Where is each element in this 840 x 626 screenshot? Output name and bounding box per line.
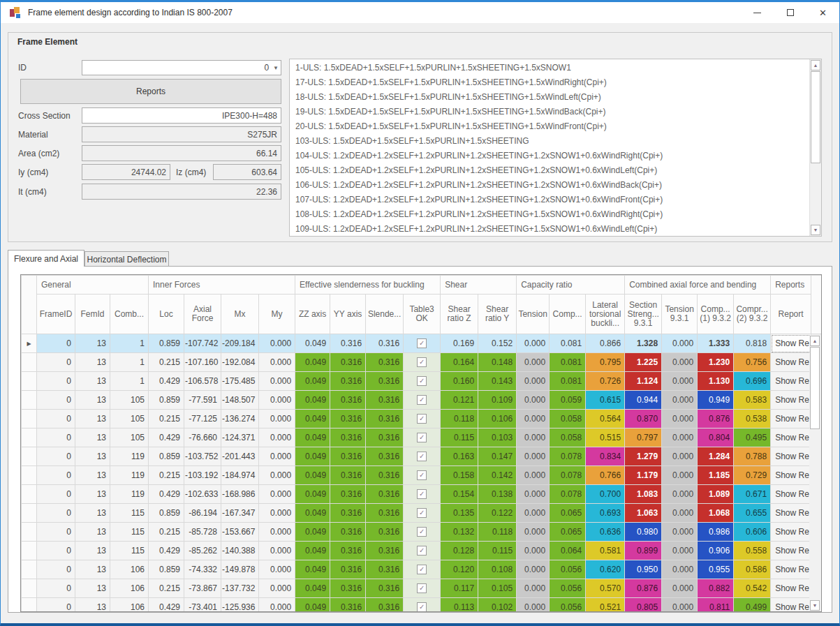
grid-cell: -175.485: [221, 372, 259, 391]
table3-ok-checkbox[interactable]: ✓: [417, 376, 427, 386]
table3-ok-checkbox[interactable]: ✓: [417, 583, 427, 593]
scrollbar-header-spacer: [811, 276, 822, 334]
show-report-link[interactable]: Show Re: [771, 542, 811, 560]
column-header[interactable]: FrameID: [37, 295, 75, 334]
grid-row[interactable]: 0131060.859-74.332-149.8780.0000.0490.31…: [22, 560, 823, 579]
combination-item[interactable]: 104-ULS: 1.2xDEAD+1.2xSELF+1.2xPURLIN+1.…: [290, 149, 809, 163]
show-report-link[interactable]: Show Re: [771, 598, 811, 613]
combination-item[interactable]: 107-ULS: 1.2xDEAD+1.2xSELF+1.2xPURLIN+1.…: [290, 193, 809, 207]
combination-item[interactable]: 108-ULS: 1.2xDEAD+1.2xSELF+1.2xPURLIN+1.…: [290, 207, 809, 222]
table3-ok-checkbox[interactable]: ✓: [417, 565, 427, 574]
show-report-link[interactable]: Show Re: [771, 466, 811, 485]
table3-ok-checkbox[interactable]: ✓: [417, 602, 427, 612]
grid-cell: 0.316: [366, 523, 404, 542]
column-header[interactable]: Shear ratio Z: [441, 295, 478, 334]
table3-ok-checkbox[interactable]: ✓: [417, 395, 427, 405]
combination-item[interactable]: 106-ULS: 1.2xDEAD+1.2xSELF+1.2xPURLIN+1.…: [290, 178, 809, 193]
column-header[interactable]: Comp...: [550, 295, 586, 334]
column-header[interactable]: YY axis: [330, 295, 366, 334]
table3-ok-checkbox[interactable]: ✓: [417, 414, 427, 424]
column-header[interactable]: Table3 OK: [404, 295, 441, 334]
grid-row[interactable]: 0131190.215-103.192-184.9740.0000.0490.3…: [22, 466, 823, 485]
show-report-link[interactable]: Show Re: [771, 504, 811, 523]
column-header[interactable]: Lateral torsional buckli...: [586, 295, 625, 334]
tab-flexure-and-axial[interactable]: Flexure and Axial: [8, 250, 84, 267]
table3-ok-checkbox[interactable]: ✓: [417, 433, 427, 442]
grid-cell: 0.049: [295, 579, 330, 598]
column-header[interactable]: Section Streng... 9.3.1: [625, 295, 662, 334]
grid-row[interactable]: 0131150.215-85.728-153.6670.0000.0490.31…: [22, 523, 823, 542]
combination-item[interactable]: 17-ULS: 1.5xDEAD+1.5xSELF+1.5xPURLIN+1.5…: [290, 75, 809, 90]
combination-item[interactable]: 20-ULS: 1.5xDEAD+1.5xSELF+1.5xPURLIN+1.5…: [290, 119, 809, 134]
grid-cell: 0: [37, 391, 75, 410]
grid-row[interactable]: 01310.215-107.160-192.0840.0000.0490.316…: [22, 353, 823, 372]
column-header[interactable]: Tension 9.3.1: [662, 295, 698, 334]
grid-row[interactable]: ▶01310.859-107.742-209.1840.0000.0490.31…: [22, 334, 823, 353]
table3-ok-checkbox[interactable]: ✓: [417, 508, 427, 518]
show-report-link[interactable]: Show Re: [771, 391, 811, 410]
show-report-link[interactable]: Show Re: [771, 560, 811, 579]
show-report-link[interactable]: Show Re: [771, 523, 811, 542]
table3-ok-checkbox[interactable]: ✓: [417, 470, 427, 480]
combination-item[interactable]: 18-ULS: 1.5xDEAD+1.5xSELF+1.5xPURLIN+1.5…: [290, 90, 809, 105]
grid-row[interactable]: 0131190.429-102.633-168.9860.0000.0490.3…: [22, 485, 823, 504]
combination-item[interactable]: 105-ULS: 1.2xDEAD+1.2xSELF+1.2xPURLIN+1.…: [290, 163, 809, 178]
grid-scrollbar[interactable]: ▲ ▼: [809, 335, 821, 611]
grid-cell: 0.049: [295, 334, 330, 353]
grid-row[interactable]: 0131150.859-86.194-167.3470.0000.0490.31…: [22, 504, 823, 523]
grid-row[interactable]: 0131060.429-73.401-125.9360.0000.0490.31…: [22, 598, 823, 613]
show-report-link[interactable]: Show Re: [771, 447, 811, 466]
grid-row[interactable]: 0131050.429-76.660-124.3710.0000.0490.31…: [22, 428, 823, 447]
show-report-link[interactable]: Show Re: [771, 372, 811, 391]
table3-ok-checkbox[interactable]: ✓: [417, 338, 427, 348]
grid-row[interactable]: 0131050.215-77.125-136.2740.0000.0490.31…: [22, 410, 823, 428]
grid-row[interactable]: 0131060.215-73.867-137.7320.0000.0490.31…: [22, 579, 823, 598]
show-report-link[interactable]: Show Re: [771, 410, 811, 428]
show-report-link[interactable]: Show Re: [771, 579, 811, 598]
maximize-button[interactable]: [774, 2, 806, 23]
minimize-button[interactable]: [741, 2, 774, 23]
close-button[interactable]: ✕: [806, 2, 839, 23]
show-report-link[interactable]: Show Re: [771, 485, 811, 504]
grid-row[interactable]: 0131050.859-77.591-148.5070.0000.0490.31…: [22, 391, 823, 410]
reports-button[interactable]: Reports: [20, 79, 281, 104]
column-header[interactable]: Comb...: [110, 295, 149, 334]
grid-row[interactable]: 01310.429-106.578-175.4850.0000.0490.316…: [22, 372, 823, 391]
grid-scroll-down-icon[interactable]: ▼: [810, 600, 820, 611]
list-scrollbar[interactable]: ▲ ▼: [809, 59, 821, 236]
column-header[interactable]: FemId: [75, 295, 110, 334]
list-scrollbar-thumb[interactable]: [811, 71, 820, 163]
id-combobox[interactable]: 0 ▼: [82, 60, 281, 75]
grid-scroll-up-icon[interactable]: ▲: [810, 336, 820, 346]
combination-item[interactable]: 109-ULS: 1.2xDEAD+1.2xSELF+1.2xPURLIN+1.…: [290, 222, 809, 236]
grid-row[interactable]: 0131190.859-103.752-201.4430.0000.0490.3…: [22, 447, 823, 466]
column-header[interactable]: ZZ axis: [295, 295, 330, 334]
column-header[interactable]: My: [259, 295, 295, 334]
cross-section-field[interactable]: [82, 107, 281, 124]
combination-item[interactable]: 1-ULS: 1.5xDEAD+1.5xSELF+1.5xPURLIN+1.5x…: [290, 61, 809, 75]
column-header[interactable]: Slende...: [366, 295, 404, 334]
scroll-down-icon[interactable]: ▼: [811, 225, 820, 235]
column-header[interactable]: Loc: [149, 295, 184, 334]
column-header[interactable]: Tension: [517, 295, 550, 334]
table3-ok-checkbox[interactable]: ✓: [417, 489, 427, 499]
show-report-link[interactable]: Show Re: [771, 428, 811, 447]
column-header[interactable]: Axial Force: [184, 295, 221, 334]
table3-ok-checkbox[interactable]: ✓: [417, 546, 427, 556]
combination-item[interactable]: 103-ULS: 1.5xDEAD+1.5xSELF+1.5xPURLIN+1.…: [290, 134, 809, 149]
tab-horizontal-deflection[interactable]: Horizontal Deflectiom: [84, 251, 169, 267]
table3-ok-checkbox[interactable]: ✓: [417, 527, 427, 537]
show-report-link[interactable]: Show Re: [771, 334, 811, 353]
grid-row[interactable]: 0131150.429-85.262-140.3880.0000.0490.31…: [22, 542, 823, 560]
column-header[interactable]: Comp... (1) 9.3.2: [698, 295, 734, 334]
scroll-up-icon[interactable]: ▲: [811, 60, 820, 70]
show-report-link[interactable]: Show Re: [771, 353, 811, 372]
column-header[interactable]: Compr... (2) 9.3.2: [734, 295, 771, 334]
table3-ok-checkbox[interactable]: ✓: [417, 452, 427, 461]
column-header[interactable]: Mx: [221, 295, 259, 334]
combination-item[interactable]: 19-ULS: 1.5xDEAD+1.5xSELF+1.5xPURLIN+1.5…: [290, 105, 809, 119]
column-header[interactable]: Shear ratio Y: [478, 295, 517, 334]
table3-ok-checkbox[interactable]: ✓: [417, 357, 427, 367]
column-header[interactable]: Report: [771, 295, 811, 334]
grid-scrollbar-thumb[interactable]: [810, 347, 820, 429]
